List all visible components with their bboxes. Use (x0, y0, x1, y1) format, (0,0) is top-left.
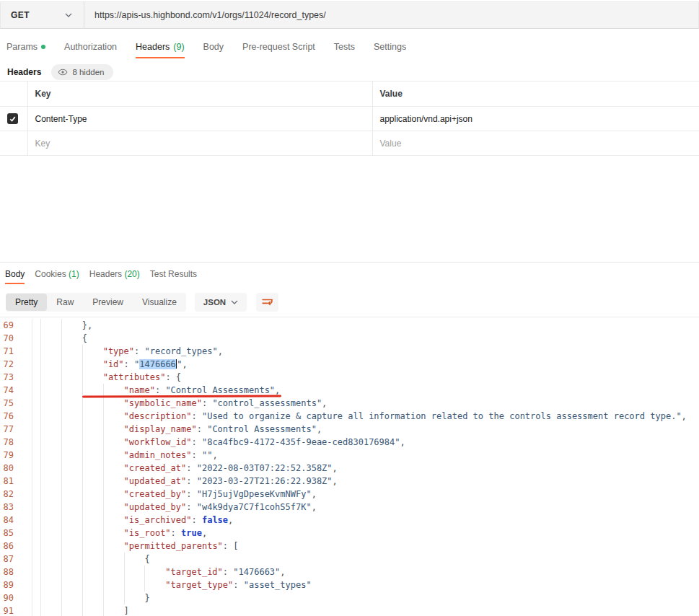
tab-settings[interactable]: Settings (374, 42, 406, 58)
method-selector[interactable]: GET (1, 2, 84, 28)
code-line-content: { (32, 332, 87, 345)
token: , (183, 359, 188, 369)
hidden-headers-toggle[interactable]: 8 hidden (51, 64, 113, 80)
wrap-text-button[interactable] (256, 293, 278, 312)
code-line: 76"description": "Used to organize & cap… (0, 410, 699, 423)
token: , (333, 476, 338, 486)
indent-guide (40, 319, 61, 332)
unsaved-changes-dot-icon (41, 45, 45, 49)
indent-guide (124, 553, 145, 566)
tab-params[interactable]: Params (6, 42, 45, 58)
view-tab-visualize[interactable]: Visualize (133, 294, 186, 311)
new-key-input[interactable]: Key (27, 131, 372, 156)
indent-guide (103, 410, 124, 423)
tab-label: Test Results (150, 269, 197, 279)
new-value-input[interactable]: Value (372, 131, 699, 156)
row-checkbox[interactable] (7, 113, 18, 124)
view-tab-raw[interactable]: Raw (47, 294, 83, 311)
language-selector[interactable]: JSON (195, 293, 247, 312)
chevron-down-icon (231, 300, 238, 304)
indent-guide (82, 475, 103, 488)
line-number: 84 (0, 514, 32, 527)
request-tabs: ParamsAuthorizationHeaders(9)BodyPre-req… (0, 29, 699, 58)
tab-headers[interactable]: Headers(9) (136, 42, 185, 58)
token: , (228, 515, 233, 525)
url-input[interactable]: https://apis-us.highbond.com/v1/orgs/110… (94, 10, 326, 20)
token: " (177, 359, 182, 369)
view-tab-pretty[interactable]: Pretty (6, 294, 47, 311)
token: : (186, 502, 196, 512)
view-mode-switch: PrettyRawPreviewVisualize (6, 293, 186, 312)
key-column-header: Key (27, 82, 372, 107)
indent-guide (82, 462, 103, 475)
method-label: GET (11, 10, 30, 20)
selected-text: 1476666 (139, 359, 176, 369)
code-line: 70{ (0, 332, 699, 345)
code-line: 81"updated_at": "2023-03-27T21:26:22.938… (0, 475, 699, 488)
line-number: 83 (0, 501, 32, 514)
checkbox-cell (0, 107, 27, 131)
code-line-content: ] (32, 604, 129, 616)
code-line: 73"attributes": { (0, 371, 699, 384)
token: "workflow_id" (124, 437, 192, 447)
code-line: 89"target_type": "asset_types" (0, 578, 699, 591)
tab-label: Cookies (35, 269, 66, 279)
line-number: 70 (0, 332, 32, 345)
response-tab-body[interactable]: Body (5, 269, 25, 284)
tab-count-badge: (9) (173, 42, 184, 52)
indent-guide (61, 332, 82, 345)
token: : (191, 411, 201, 421)
tab-tests[interactable]: Tests (334, 42, 355, 58)
indent-guide (124, 566, 145, 578)
indent-guide (103, 475, 124, 488)
token: "name" (124, 385, 155, 395)
line-number: 74 (0, 384, 32, 397)
code-line-content: "created_at": "2022-08-03T07:22:52.358Z"… (32, 462, 338, 475)
code-line: 82"created_by": "H7j5ujVgDpeseKvmNWFy", (0, 488, 699, 501)
token: "target_id" (165, 567, 222, 577)
tab-label: Settings (374, 42, 406, 52)
indent-guide (82, 591, 103, 604)
token: : (191, 437, 201, 447)
response-tab-cookies[interactable]: Cookies (1) (35, 269, 79, 284)
response-tab-test-results[interactable]: Test Results (150, 269, 197, 284)
indent-guide (82, 397, 103, 410)
token: , (218, 346, 223, 356)
indent-guide (61, 488, 82, 501)
tab-label: Headers (89, 269, 122, 279)
token: "control_assessments" (212, 398, 322, 408)
header-key-cell[interactable]: Content-Type (27, 107, 372, 131)
indent-guide (103, 566, 124, 578)
tab-body[interactable]: Body (203, 42, 224, 58)
indent-guide (144, 578, 165, 591)
indent-guide (61, 384, 82, 397)
tab-pre-request-script[interactable]: Pre-request Script (242, 42, 315, 58)
table-header-row: KeyValue (0, 82, 699, 107)
response-body-json: 69},70{71"type": "record_types",72"id": … (0, 317, 699, 616)
indent-guide (40, 553, 61, 566)
header-value-cell[interactable]: application/vnd.api+json (372, 107, 699, 131)
indent-guide (103, 604, 124, 616)
token: } (144, 593, 149, 603)
line-number: 81 (0, 475, 32, 488)
line-number: 87 (0, 553, 32, 566)
line-number: 90 (0, 591, 32, 604)
token: : (191, 450, 201, 460)
indent-guide (40, 566, 61, 578)
tab-authorization[interactable]: Authorization (64, 42, 117, 58)
token: "record_types" (144, 346, 217, 356)
tab-count-badge: (20) (122, 269, 140, 279)
request-url-bar: GET https://apis-us.highbond.com/v1/orgs… (0, 1, 699, 29)
indent-guide (40, 488, 61, 501)
indent-guide (61, 345, 82, 358)
view-tab-preview[interactable]: Preview (83, 294, 133, 311)
line-number: 69 (0, 319, 32, 332)
indent-guide (82, 553, 103, 566)
indent-guide (61, 423, 82, 436)
response-tab-headers[interactable]: Headers (20) (89, 269, 140, 284)
indent-guide (82, 540, 103, 553)
code-line-content: { (32, 553, 150, 566)
token: "2023-03-27T21:26:22.938Z" (197, 476, 333, 486)
code-line: 87{ (0, 553, 699, 566)
indent-guide (103, 578, 124, 591)
